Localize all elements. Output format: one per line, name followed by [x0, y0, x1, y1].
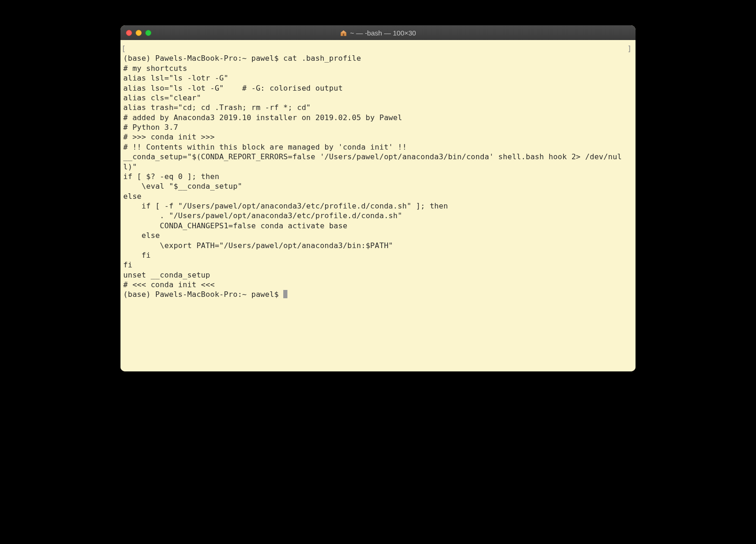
maximize-button[interactable] — [145, 30, 151, 36]
prompt-line: (base) Pawels-MacBook-Pro:~ pawel$ — [123, 289, 633, 299]
home-folder-icon — [340, 29, 347, 36]
terminal-line: alias cls="clear" — [123, 93, 633, 103]
terminal-line: # added by Anaconda3 2019.10 installer o… — [123, 113, 633, 122]
terminal-line: if [ -f "/Users/pawel/opt/anaconda3/etc/… — [123, 201, 633, 211]
terminal-line: (base) Pawels-MacBook-Pro:~ pawel$ cat .… — [123, 53, 633, 63]
terminal-line: fi — [123, 260, 633, 270]
terminal-window: ~ — -bash — 100×30 [](base) Pawels-MacBo… — [120, 25, 636, 371]
terminal-line: else — [123, 191, 633, 201]
close-button[interactable] — [126, 30, 132, 36]
titlebar[interactable]: ~ — -bash — 100×30 — [120, 25, 636, 40]
scroll-bracket-left: [ — [121, 44, 126, 53]
terminal-line: # >>> conda init >>> — [123, 132, 633, 142]
cursor — [283, 290, 287, 298]
scroll-bracket-right: ] — [627, 44, 632, 53]
window-title: ~ — -bash — 100×30 — [350, 29, 416, 37]
terminal-line: alias trash="cd; cd .Trash; rm -rf *; cd… — [123, 103, 633, 112]
terminal-line: # my shortcuts — [123, 64, 633, 73]
minimize-button[interactable] — [136, 30, 142, 36]
terminal-line: unset __conda_setup — [123, 270, 633, 280]
terminal-line: \export PATH="/Users/pawel/opt/anaconda3… — [123, 241, 633, 250]
terminal-line: \eval "$__conda_setup" — [123, 181, 633, 191]
terminal-line: else — [123, 231, 633, 240]
terminal-line: # <<< conda init <<< — [123, 280, 633, 289]
title-container: ~ — -bash — 100×30 — [120, 29, 636, 37]
terminal-line: . "/Users/pawel/opt/anaconda3/etc/profil… — [123, 211, 633, 220]
terminal-body[interactable]: [](base) Pawels-MacBook-Pro:~ pawel$ cat… — [120, 40, 636, 371]
terminal-line: if [ $? -eq 0 ]; then — [123, 172, 633, 181]
svg-rect-0 — [343, 34, 344, 36]
terminal-line: alias lso="ls -lot -G" # -G: colorised o… — [123, 83, 633, 93]
terminal-line: fi — [123, 250, 633, 260]
terminal-line: __conda_setup="$(CONDA_REPORT_ERRORS=fal… — [123, 152, 633, 172]
traffic-lights — [126, 30, 151, 36]
terminal-line: alias lsl="ls -lotr -G" — [123, 73, 633, 83]
terminal-line: CONDA_CHANGEPS1=false conda activate bas… — [123, 221, 633, 231]
terminal-line: # Python 3.7 — [123, 122, 633, 132]
prompt-text: (base) Pawels-MacBook-Pro:~ pawel$ — [123, 290, 283, 299]
terminal-line: # !! Contents within this block are mana… — [123, 142, 633, 152]
